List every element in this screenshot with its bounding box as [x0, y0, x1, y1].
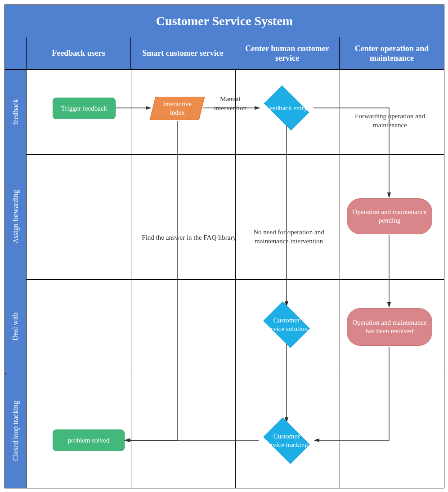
row-label: feedback [12, 99, 20, 125]
col-header-2: Smart customer service [131, 37, 235, 70]
row-header-closed: Closed loop tracking [5, 374, 27, 488]
node-trigger-feedback: Trigger feedback [53, 98, 116, 119]
col-header-3: Center human customer service [235, 37, 340, 70]
node-cs-tracking: Customer service tracking [260, 421, 314, 460]
swimlane-diagram: Customer Service System Feedback users S… [4, 4, 444, 488]
edge-label-no-om: No need for operation and maintenance in… [242, 228, 336, 246]
grid-line [27, 279, 444, 280]
node-label: problem solved [68, 436, 110, 445]
row-header-feedback: feedback [5, 70, 27, 154]
grid-line [340, 70, 340, 488]
node-om-pending: Operation and maintenance pending [347, 198, 432, 234]
node-feedback-entry: Feedback entry [260, 90, 314, 126]
node-label: Operation and maintenance has been resol… [352, 318, 427, 335]
node-cs-solution: Customer service solution [260, 305, 314, 344]
diagram-title: Customer Service System [5, 5, 444, 38]
row-label: Assign forwarding [12, 190, 20, 244]
row-header-assign: Assign forwarding [5, 154, 27, 279]
connectors [5, 5, 444, 488]
node-label: Feedback entry [266, 104, 307, 112]
col-header-1: Feedback users [27, 37, 131, 70]
grid-line [235, 70, 236, 488]
col-header-4: Center operation and maintenance [340, 37, 444, 70]
node-interactive-index: Interactive index [150, 97, 205, 120]
row-header-deal: Deal with [5, 279, 27, 374]
node-label: Customer service solution [264, 316, 309, 333]
edge-label-faq: Find the answer in the FAQ library [125, 233, 236, 242]
corner-cell [5, 37, 27, 70]
node-label: Interactive index [157, 100, 197, 117]
node-label: Customer service tracking [264, 432, 309, 449]
node-om-resolved: Operation and maintenance has been resol… [347, 308, 432, 346]
row-label: Closed loop tracking [12, 401, 20, 461]
node-label: Trigger feedback [61, 104, 107, 113]
node-label: Operation and maintenance pending [352, 208, 427, 225]
grid-line [27, 154, 444, 155]
edge-label-manual: Manual intervention [206, 95, 255, 112]
edge-label-forward-om: Forwarding operation and maintenance [345, 112, 435, 130]
row-label: Deal with [12, 312, 20, 340]
grid-line [27, 374, 444, 374]
node-problem-solved: problem solved [53, 429, 125, 451]
grid-line [131, 70, 131, 488]
